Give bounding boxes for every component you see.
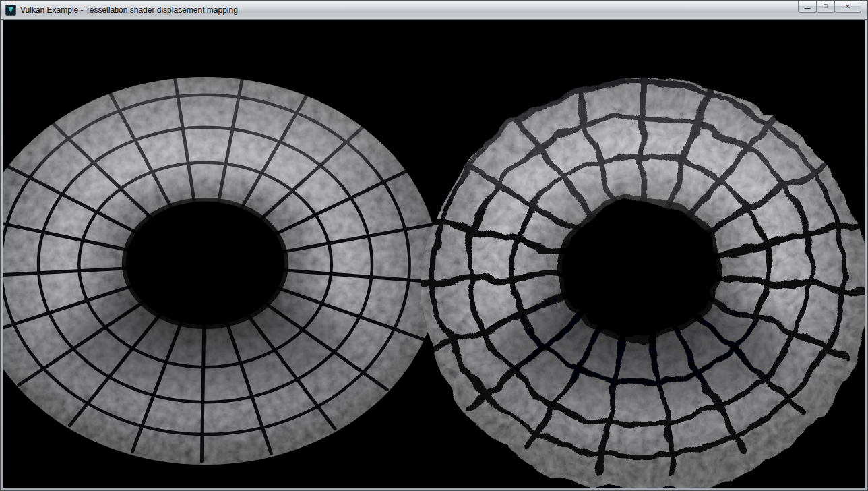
vulkan-logo-icon	[8, 7, 13, 13]
window-title: Vulkan Example - Tessellation shader dis…	[20, 5, 238, 15]
render-viewport[interactable]	[3, 20, 865, 488]
window-controls: — □ ✕	[799, 1, 861, 13]
render-scene	[3, 20, 865, 488]
app-icon	[5, 5, 16, 16]
maximize-button[interactable]: □	[816, 1, 835, 13]
close-icon: ✕	[845, 3, 850, 10]
app-window: Vulkan Example - Tessellation shader dis…	[0, 0, 868, 491]
minimize-button[interactable]: —	[798, 1, 817, 13]
titlebar[interactable]: Vulkan Example - Tessellation shader dis…	[1, 1, 867, 20]
torus-left	[3, 67, 454, 481]
torus-right	[407, 64, 865, 488]
maximize-icon: □	[824, 3, 827, 9]
minimize-icon: —	[805, 5, 811, 11]
close-button[interactable]: ✕	[834, 1, 861, 13]
